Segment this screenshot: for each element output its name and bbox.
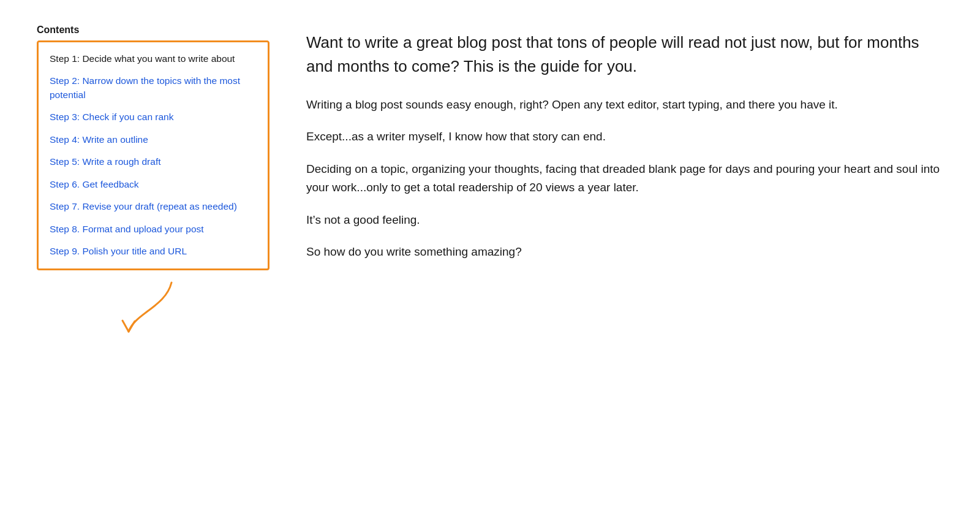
body-paragraph-2: Except...as a writer myself, I know how …: [306, 128, 943, 146]
toc-item-step9[interactable]: Step 9. Polish your title and URL: [50, 245, 257, 258]
toc-item-step8[interactable]: Step 8. Format and upload your post: [50, 223, 257, 236]
toc-box: Step 1: Decide what you want to write ab…: [37, 40, 270, 270]
toc-item-step5[interactable]: Step 5: Write a rough draft: [50, 155, 257, 169]
left-column: Contents Step 1: Decide what you want to…: [37, 25, 270, 485]
toc-item-step7[interactable]: Step 7. Revise your draft (repeat as nee…: [50, 200, 257, 213]
body-paragraph-3: Deciding on a topic, organizing your tho…: [306, 160, 943, 197]
body-paragraph-5: So how do you write something amazing?: [306, 243, 943, 261]
body-paragraph-4: It’s not a good feeling.: [306, 211, 943, 229]
arrow-container: [37, 276, 270, 338]
body-paragraph-1: Writing a blog post sounds easy enough, …: [306, 96, 943, 114]
toc-item-step4[interactable]: Step 4: Write an outline: [50, 133, 257, 147]
toc-item-step6[interactable]: Step 6. Get feedback: [50, 178, 257, 191]
toc-item-step1: Step 1: Decide what you want to write ab…: [50, 52, 257, 66]
contents-label: Contents: [37, 25, 79, 36]
right-column: Want to write a great blog post that ton…: [306, 25, 943, 485]
arrow-icon: [116, 276, 190, 338]
intro-paragraph: Want to write a great blog post that ton…: [306, 31, 943, 78]
toc-item-step3[interactable]: Step 3: Check if you can rank: [50, 110, 257, 124]
toc-item-step2[interactable]: Step 2: Narrow down the topics with the …: [50, 74, 257, 102]
